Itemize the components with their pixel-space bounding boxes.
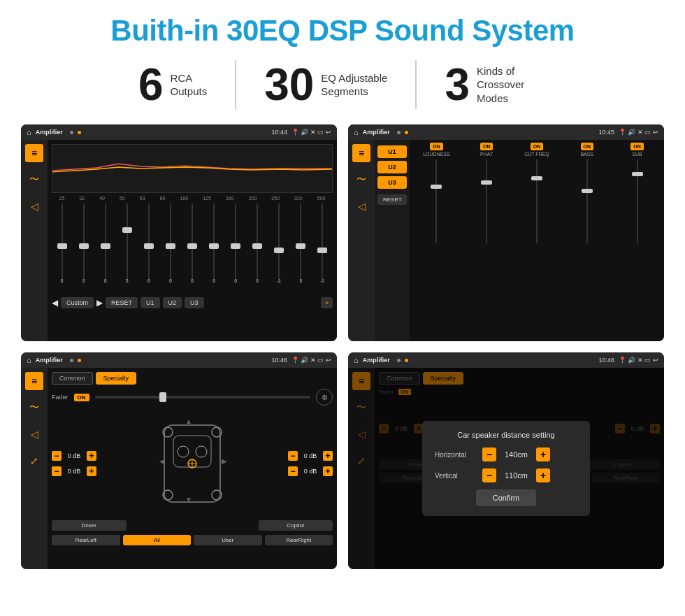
eq-prev-button[interactable]: ◀ (52, 298, 58, 308)
rear-left-plus[interactable]: + (87, 466, 96, 476)
front-left-minus[interactable]: − (52, 451, 62, 461)
btn-rearright[interactable]: RearRight (265, 535, 333, 545)
sub-slider[interactable] (630, 159, 644, 338)
screen1-status-icons: 📍 🔊 ✕ ▭ ↩ (291, 129, 331, 136)
fader-settings-icon[interactable]: ⚙ (316, 389, 333, 406)
fader-bottom-buttons: Driver Copilot (52, 520, 333, 531)
mixer-eq-icon[interactable]: ≡ (352, 144, 370, 162)
sub-toggle[interactable]: ON (630, 143, 644, 150)
screen4-dot2 (405, 359, 408, 362)
screen4-title: Amplifier (363, 357, 390, 364)
eq-slider-3[interactable]: 0 (95, 203, 115, 283)
bass-toggle[interactable]: ON (581, 143, 594, 150)
wave-icon[interactable]: 〜 (25, 171, 43, 189)
fader-slider[interactable] (95, 396, 310, 399)
vertical-minus[interactable]: − (482, 468, 496, 482)
preset-u1[interactable]: U1 (377, 145, 407, 158)
screens-grid: ⌂ Amplifier 10:44 📍 🔊 ✕ ▭ ↩ ≡ 〜 ◁ (21, 124, 664, 569)
front-right-plus[interactable]: + (323, 451, 333, 461)
channel-bass: ON BASS (563, 143, 611, 338)
rear-left-minus[interactable]: − (52, 466, 62, 476)
phat-toggle[interactable]: ON (480, 143, 493, 150)
screen3-status-bar: ⌂ Amplifier 10:46 📍 🔊 ✕ ▭ ↩ (21, 352, 337, 368)
fader-tabs: Common Specialty (52, 372, 333, 385)
loudness-toggle[interactable]: ON (430, 143, 443, 150)
eq-slider-4[interactable]: 5 (117, 203, 137, 283)
screen4-status-bar: ⌂ Amplifier 10:46 📍 🔊 ✕ ▭ ↩ (348, 352, 664, 368)
stat-crossover: 3 Kinds of Crossover Modes (417, 62, 575, 107)
eq-icon[interactable]: ≡ (25, 144, 43, 162)
vertical-value: 110cm (500, 471, 532, 480)
rear-right-minus[interactable]: − (288, 466, 298, 476)
screen2-time: 10:45 (598, 129, 614, 136)
eq-reset-button[interactable]: RESET (106, 297, 138, 308)
loudness-slider[interactable] (429, 159, 443, 338)
screen4-content: ≡ 〜 ◁ ⤢ Common Specialty Fader ON (348, 368, 664, 569)
screen4-home-icon[interactable]: ⌂ (354, 356, 359, 364)
btn-all[interactable]: All (123, 535, 192, 545)
screen3-content: ≡ 〜 ◁ ⤢ Common Specialty Fader ON (21, 368, 337, 569)
mixer-reset-btn[interactable]: RESET (377, 194, 407, 205)
eq-next-button[interactable]: ▶ (96, 298, 103, 308)
eq-u3-button[interactable]: U3 (185, 297, 204, 308)
cutfreq-slider[interactable] (530, 159, 544, 338)
volume-icon[interactable]: ◁ (25, 197, 43, 215)
vertical-plus[interactable]: + (536, 468, 550, 482)
eq-slider-5[interactable]: 0 (138, 203, 159, 283)
home-icon[interactable]: ⌂ (27, 128, 31, 136)
fader-vol-icon[interactable]: ◁ (25, 425, 43, 443)
preset-u3[interactable]: U3 (377, 176, 407, 189)
screen1-main: 253240506380100125160200250320500 0 0 (48, 140, 337, 341)
eq-slider-9[interactable]: 0 (226, 203, 246, 283)
phat-slider[interactable] (480, 159, 493, 338)
mixer-vol-icon[interactable]: ◁ (352, 197, 370, 215)
eq-slider-1[interactable]: 0 (52, 203, 72, 283)
horizontal-minus[interactable]: − (482, 447, 496, 461)
eq-custom-button[interactable]: Custom (61, 297, 94, 308)
front-left-plus[interactable]: + (87, 451, 96, 461)
confirm-button[interactable]: Confirm (476, 489, 537, 506)
bass-slider[interactable] (580, 159, 594, 338)
mixer-wave-icon[interactable]: 〜 (352, 171, 370, 189)
eq-slider-7[interactable]: 0 (182, 203, 202, 283)
fader-expand-icon[interactable]: ⤢ (25, 452, 43, 470)
eq-slider-6[interactable]: 0 (160, 203, 180, 283)
eq-slider-11[interactable]: -1 (269, 203, 289, 283)
eq-expand-icon[interactable]: » (321, 297, 333, 308)
screen3-home-icon[interactable]: ⌂ (27, 356, 31, 364)
tab-common[interactable]: Common (52, 372, 93, 385)
eq-u2-button[interactable]: U2 (163, 297, 182, 308)
rear-left-value: 0 dB (64, 468, 84, 475)
fader-eq-icon[interactable]: ≡ (25, 372, 43, 390)
btn-user[interactable]: User (194, 535, 262, 545)
screen2-home-icon[interactable]: ⌂ (354, 128, 359, 136)
eq-slider-10[interactable]: 0 (247, 203, 268, 283)
tab-specialty[interactable]: Specialty (96, 372, 137, 385)
horizontal-plus[interactable]: + (536, 447, 550, 461)
front-left-value: 0 dB (64, 452, 84, 459)
front-right-minus[interactable]: − (288, 451, 298, 461)
btn-driver[interactable]: Driver (52, 520, 127, 531)
stat-eq: 30 EQ Adjustable Segments (236, 62, 415, 107)
preset-u2[interactable]: U2 (377, 161, 407, 173)
eq-bottom-controls: ◀ Custom ▶ RESET U1 U2 U3 » (52, 297, 333, 308)
stat-eq-label: EQ Adjustable Segments (321, 71, 387, 99)
eq-slider-13[interactable]: -1 (312, 203, 333, 283)
eq-slider-12[interactable]: 0 (291, 203, 311, 283)
front-right-value: 0 dB (301, 452, 320, 459)
screen1-left-panel: ≡ 〜 ◁ (21, 140, 48, 341)
cutfreq-toggle[interactable]: ON (531, 143, 544, 150)
eq-u1-button[interactable]: U1 (140, 297, 160, 308)
loudness-label: LOUDNESS (423, 152, 450, 157)
btn-rearleft[interactable]: RearLeft (52, 535, 120, 545)
screen2-left-panel: ≡ 〜 ◁ (348, 140, 375, 341)
eq-slider-8[interactable]: 0 (204, 203, 224, 283)
eq-graph (52, 144, 333, 193)
btn-copilot[interactable]: Copilot (259, 520, 333, 531)
eq-slider-2[interactable]: 0 (73, 203, 94, 283)
fader-on-badge[interactable]: ON (74, 394, 89, 401)
rear-right-plus[interactable]: + (323, 466, 333, 476)
fader-wave-icon[interactable]: 〜 (25, 399, 43, 417)
svg-text:▲: ▲ (185, 417, 192, 425)
vertical-label: Vertical (435, 472, 477, 480)
